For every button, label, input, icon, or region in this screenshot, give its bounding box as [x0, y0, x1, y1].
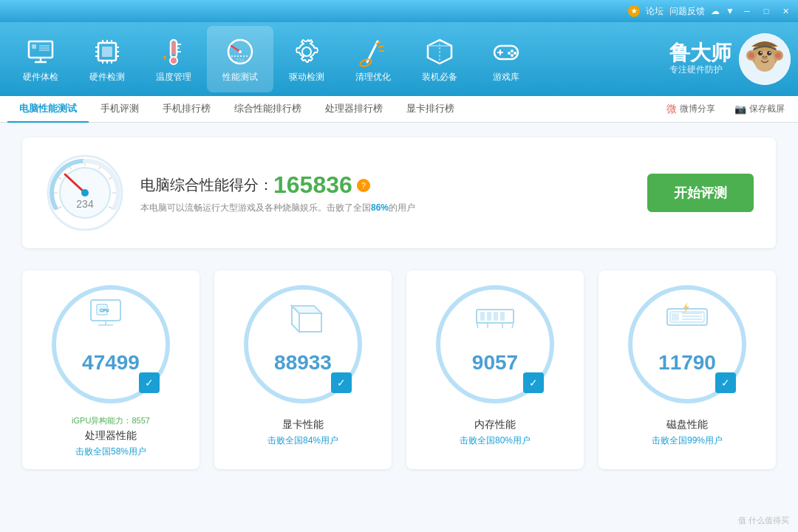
- restore-button[interactable]: □: [760, 5, 773, 17]
- card-title-disk: 磁盘性能: [666, 418, 708, 432]
- brand-title: 鲁大师: [669, 43, 732, 64]
- start-eval-button[interactable]: 开始评测: [647, 174, 754, 212]
- svg-rect-0: [29, 41, 52, 58]
- card-circle-gpu: 88933 ✓: [244, 285, 362, 403]
- card-mem: 9057 ✓ 内存性能 击败全国80%用户: [406, 270, 584, 469]
- box-icon: [423, 35, 456, 68]
- score-help-icon[interactable]: ?: [357, 179, 370, 192]
- nav-items: 硬件体检 硬件检测: [7, 26, 669, 92]
- svg-point-52: [767, 51, 771, 55]
- screenshot-button[interactable]: 📷 保存截屏: [729, 100, 791, 118]
- svg-text:CPU: CPU: [100, 308, 109, 313]
- nav-label-driver-detect: 驱动检测: [289, 71, 324, 83]
- card-disk: 11790 ✓ 磁盘性能 击败全国99%用户: [598, 270, 776, 469]
- brand-subtitle: 专注硬件防护: [669, 64, 732, 76]
- score-desc-suffix: 的用户: [389, 202, 415, 213]
- weibo-label: 微博分享: [680, 103, 715, 115]
- gold-icon: ★: [628, 5, 640, 17]
- gpu-card-icon: [277, 299, 329, 341]
- title-bar: ★ 论坛 问题反馈 ☁ ▼ ─ □ ✕: [0, 0, 798, 22]
- nav-item-clean-opt[interactable]: 清理优化: [340, 26, 406, 92]
- svg-rect-3: [32, 44, 36, 49]
- score-title-text: 电脑综合性能得分：: [140, 175, 273, 195]
- nav-label-game-lib: 游戏库: [493, 71, 519, 83]
- card-subtitle-cpu: 击败全国58%用户: [75, 446, 146, 458]
- card-subtitle-gpu: 击败全国84%用户: [267, 434, 338, 447]
- svg-point-34: [359, 58, 372, 67]
- svg-rect-88: [487, 312, 491, 321]
- svg-point-23: [170, 57, 177, 64]
- main-content: 234 电脑综合性能得分： 165836 ? 本电脑可以流畅运行大型游戏及各种烧…: [0, 123, 798, 532]
- svg-text:234: 234: [236, 58, 245, 63]
- nav-item-game-lib[interactable]: 游戏库: [473, 26, 539, 92]
- tab-cpu-rank[interactable]: 处理器排行榜: [313, 96, 395, 123]
- score-info: 电脑综合性能得分： 165836 ? 本电脑可以流畅运行大型游戏及各种烧脑娱乐。…: [140, 171, 647, 214]
- card-circle-disk: 11790 ✓: [628, 285, 746, 403]
- svg-marker-84: [299, 313, 321, 332]
- svg-rect-89: [494, 312, 498, 321]
- card-circle-cpu: CPU 47499 ✓: [52, 285, 170, 403]
- nav-item-hardware-check[interactable]: 硬件体检: [7, 26, 74, 92]
- svg-rect-97: [672, 313, 679, 321]
- mem-card-icon: [469, 299, 521, 341]
- tab-pc-perf[interactable]: 电脑性能测试: [7, 96, 89, 123]
- nav-item-hardware-detect[interactable]: 硬件检测: [74, 26, 140, 92]
- svg-text:234: 234: [76, 198, 94, 210]
- svg-point-55: [762, 55, 768, 60]
- tab-bar: 电脑性能测试 手机评测 手机排行榜 综合性能排行榜 处理器排行榜 显卡排行榜 微…: [0, 96, 798, 123]
- brand: 鲁大师 专注硬件防护: [669, 33, 791, 85]
- card-check-disk: ✓: [715, 372, 736, 393]
- arrow-down-icon: ▼: [726, 6, 734, 16]
- nav-item-driver-detect[interactable]: 驱动检测: [273, 26, 340, 92]
- svg-point-32: [302, 47, 311, 56]
- weibo-share-button[interactable]: 微 微博分享: [661, 100, 721, 119]
- svg-marker-85: [292, 306, 321, 313]
- cloud-icon: ☁: [711, 6, 720, 16]
- nav-label-hardware-check: 硬件体检: [23, 71, 58, 83]
- tab-gpu-rank[interactable]: 显卡排行榜: [395, 96, 466, 123]
- svg-point-61: [775, 52, 781, 58]
- card-score-mem: 9057: [472, 351, 518, 375]
- close-button[interactable]: ✕: [779, 5, 792, 17]
- gamepad-icon: [490, 35, 522, 68]
- nav-label-perf-test: 性能测试: [222, 71, 258, 83]
- svg-rect-87: [480, 312, 485, 321]
- card-subtitle-disk: 击败全国99%用户: [652, 434, 723, 447]
- card-cpu: CPU 47499 ✓ iGPU异构能力：8557 处理器性能 击败全国58%用…: [22, 270, 200, 469]
- svg-point-74: [81, 189, 89, 197]
- svg-point-44: [511, 50, 514, 52]
- score-desc-percent: 86%: [371, 202, 389, 213]
- disk-card-icon: [661, 299, 713, 341]
- svg-point-45: [514, 52, 516, 55]
- card-subtitle-mem: 击败全国80%用户: [460, 434, 531, 447]
- card-title-cpu: 处理器性能: [85, 429, 137, 443]
- card-score-gpu: 88933: [274, 351, 332, 375]
- card-title-gpu: 显卡性能: [282, 418, 324, 432]
- tab-comp-rank[interactable]: 综合性能排行榜: [222, 96, 313, 123]
- svg-point-47: [511, 54, 514, 57]
- weibo-icon: 微: [666, 103, 677, 116]
- nav-item-temp-manage[interactable]: 温度管理: [140, 26, 207, 92]
- card-score-cpu: 47499: [82, 351, 140, 375]
- tab-phone-eval[interactable]: 手机评测: [89, 96, 151, 123]
- speedometer: 234: [44, 152, 126, 233]
- camera-icon: 📷: [734, 103, 746, 115]
- chip-icon: [91, 35, 123, 68]
- nav-item-perf-test[interactable]: 234 性能测试: [207, 26, 273, 92]
- card-title-mem: 内存性能: [474, 418, 516, 432]
- nav-label-hardware-detect: 硬件检测: [89, 71, 125, 83]
- nav-item-install-must[interactable]: 装机必备: [406, 26, 473, 92]
- nav-label-install-must: 装机必备: [422, 71, 457, 83]
- svg-line-91: [477, 323, 478, 328]
- watermark: 值 什么值得买: [738, 515, 789, 526]
- tab-phone-rank[interactable]: 手机排行榜: [151, 96, 222, 123]
- cpu-card-icon: CPU: [85, 299, 137, 341]
- card-score-disk: 11790: [658, 351, 716, 375]
- score-desc: 本电脑可以流畅运行大型游戏及各种烧脑娱乐。击败了全国86%的用户: [140, 202, 647, 214]
- svg-point-54: [769, 52, 771, 53]
- feedback-link[interactable]: 问题反馈: [669, 5, 705, 18]
- tab-actions: 微 微博分享 📷 保存截屏: [661, 100, 791, 119]
- minimize-button[interactable]: ─: [740, 5, 754, 17]
- svg-point-50: [754, 51, 775, 72]
- forum-link[interactable]: 论坛: [646, 5, 664, 18]
